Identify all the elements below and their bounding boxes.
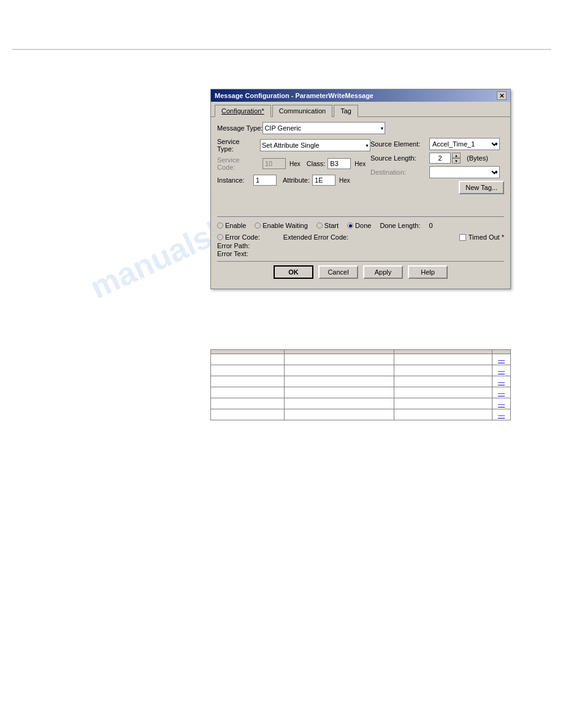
source-length-row: Source Length: ▲ ▼ (Bytes) [370, 153, 504, 164]
extended-error-code-label: Extended Error Code: [283, 233, 348, 241]
error-code-radio-circle [217, 234, 223, 240]
table-link-cell[interactable]: — [492, 365, 511, 376]
instance-label: Instance: [217, 176, 251, 184]
form-col-right: Source Element: Accel_Time_1 Source Leng… [370, 138, 504, 194]
service-type-select-wrapper: Set Attribute Single [260, 139, 370, 151]
table-link-cell[interactable]: — [492, 354, 511, 365]
enable-waiting-label: Enable Waiting [262, 222, 308, 229]
table-cell [284, 409, 394, 420]
done-radio[interactable]: Done [347, 222, 371, 229]
dialog-body: Message Type: CIP Generic ServiceType: S… [211, 117, 510, 289]
dialog-tabs: Configuration* Communication Tag [211, 102, 510, 117]
apply-button[interactable]: Apply [363, 265, 403, 279]
start-radio-circle [316, 222, 323, 229]
table-cell [211, 387, 285, 398]
table-link-cell[interactable]: — [492, 409, 511, 420]
instance-input[interactable] [253, 175, 277, 186]
enable-radio-circle [217, 222, 223, 229]
destination-select-wrapper [429, 166, 500, 178]
source-element-label: Source Element: [370, 140, 426, 148]
table-header-row [211, 350, 511, 354]
new-tag-button[interactable]: New Tag... [459, 181, 504, 194]
tab-tag[interactable]: Tag [334, 105, 358, 117]
error-text-label: Error Text: [217, 250, 248, 257]
enable-waiting-radio-circle [255, 222, 261, 229]
tab-configuration[interactable]: Configuration* [215, 105, 271, 117]
table-col1-header [211, 350, 285, 354]
table-link-cell[interactable]: — [492, 387, 511, 398]
source-length-input[interactable] [429, 153, 451, 164]
enable-radio[interactable]: Enable [217, 222, 246, 229]
enable-waiting-radio[interactable]: Enable Waiting [255, 222, 308, 229]
attribute-input[interactable] [312, 175, 335, 186]
service-code-label: ServiceCode: [217, 156, 260, 171]
source-length-spinner-btns: ▲ ▼ [452, 153, 461, 164]
source-length-label: Source Length: [370, 154, 426, 162]
table-cell [211, 376, 285, 387]
status-row: Enable Enable Waiting Start Done Done Le… [217, 216, 504, 232]
instance-attribute-row: Instance: Attribute: Hex [217, 175, 370, 186]
table-row: — [211, 409, 511, 420]
service-type-select[interactable]: Set Attribute Single [260, 139, 370, 151]
class-input[interactable] [327, 158, 351, 169]
class-hex-label: Hex [354, 161, 366, 167]
attribute-hex-label: Hex [339, 177, 350, 184]
table-cell [394, 398, 492, 409]
table-cell [211, 398, 285, 409]
enable-label: Enable [225, 222, 246, 229]
dialog-footer: OK Cancel Apply Help [217, 261, 504, 284]
service-type-row: ServiceType: Set Attribute Single [217, 138, 370, 153]
table-col2-header [284, 350, 394, 354]
error-path-label: Error Path: [217, 242, 250, 249]
done-length-value: 0 [429, 222, 432, 229]
source-element-row: Source Element: Accel_Time_1 [370, 138, 504, 150]
table-cell [211, 409, 285, 420]
service-code-row: ServiceCode: Hex Class: Hex [217, 156, 370, 171]
timed-out-row: Timed Out * [459, 233, 504, 241]
message-type-select[interactable]: CIP Generic [262, 122, 385, 134]
message-type-select-wrapper: CIP Generic [262, 122, 385, 134]
table-cell [284, 398, 394, 409]
table-col3-header [394, 350, 492, 354]
table-cell [284, 354, 394, 365]
service-code-input [262, 158, 286, 169]
cancel-button[interactable]: Cancel [318, 265, 358, 279]
spacer-area [217, 194, 504, 213]
table-link-cell[interactable]: — [492, 398, 511, 409]
new-tag-row: New Tag... [370, 181, 504, 194]
source-length-up[interactable]: ▲ [452, 153, 461, 158]
table-cell [394, 409, 492, 420]
table-section: — — — — [210, 349, 511, 420]
table-row: — [211, 387, 511, 398]
done-radio-circle [347, 222, 353, 229]
start-radio[interactable]: Start [316, 222, 339, 229]
form-col-left: ServiceType: Set Attribute Single Servic… [217, 138, 370, 194]
table-cell [284, 387, 394, 398]
done-length-label: Done Length: [380, 222, 420, 229]
source-length-unit: (Bytes) [467, 154, 488, 162]
table-row: — [211, 376, 511, 387]
destination-select[interactable] [429, 166, 500, 178]
timed-out-checkbox[interactable] [459, 234, 466, 241]
source-element-select[interactable]: Accel_Time_1 [429, 138, 500, 150]
start-label: Start [324, 222, 339, 229]
ok-button[interactable]: OK [274, 265, 313, 279]
source-length-down[interactable]: ▼ [452, 158, 461, 164]
dialog-titlebar: Message Configuration - ParameterWriteMe… [211, 89, 510, 102]
tab-communication[interactable]: Communication [272, 105, 332, 117]
message-config-dialog: Message Configuration - ParameterWriteMe… [210, 89, 511, 289]
error-code-label: Error Code: [225, 233, 260, 241]
table-cell [284, 376, 394, 387]
table-row: — [211, 354, 511, 365]
table-cell [394, 354, 492, 365]
data-table: — — — — [210, 349, 511, 420]
error-code-radio[interactable]: Error Code: [217, 233, 260, 241]
service-type-label: ServiceType: [217, 138, 260, 153]
attribute-label: Attribute: [283, 176, 310, 184]
error-path-row: Error Path: [217, 242, 504, 249]
table-cell [394, 387, 492, 398]
dialog-close-button[interactable]: ✕ [497, 91, 507, 100]
top-rule [12, 49, 551, 50]
table-link-cell[interactable]: — [492, 376, 511, 387]
help-button[interactable]: Help [408, 265, 448, 279]
